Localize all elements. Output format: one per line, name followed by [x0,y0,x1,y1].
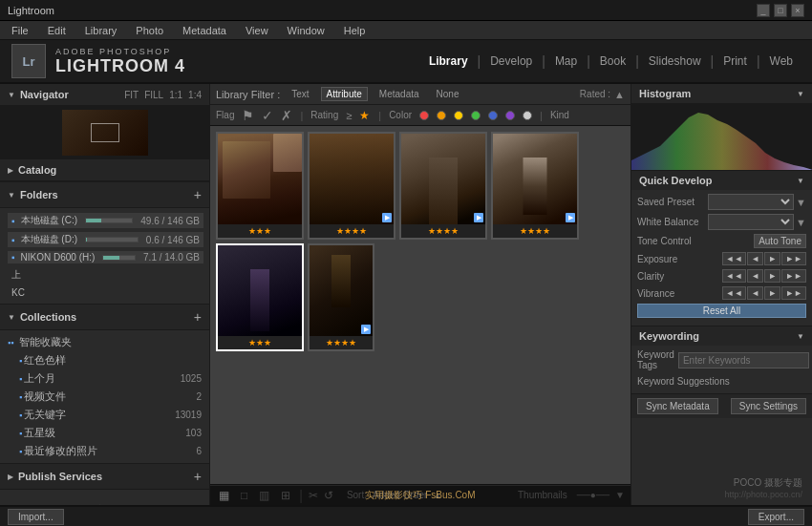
filter-metadata-btn[interactable]: Metadata [374,87,425,101]
filter-attribute-btn[interactable]: Attribute [321,87,368,101]
photo-cell-6[interactable]: ▶ ★★★★ [308,243,374,351]
saved-preset-row: Saved Preset ▼ [637,194,806,210]
nav-1-1[interactable]: 1:1 [169,90,182,100]
navigator-header[interactable]: ▼ Navigator FIT FILL 1:1 1:4 [0,84,209,106]
folder-item-d[interactable]: ▪ 本地磁盘 (D:) 0.6 / 146 GB [0,230,209,249]
menu-metadata[interactable]: Metadata [179,23,230,38]
white-balance-select[interactable] [708,214,794,230]
flag-btn-rejected[interactable]: ✗ [281,108,292,123]
module-book[interactable]: Book [592,51,633,72]
exposure-dec-dec[interactable]: ◄◄ [722,252,747,265]
keywording-header[interactable]: Keywording ▼ [631,326,812,346]
menu-window[interactable]: Window [284,23,329,38]
clarity-inc-inc[interactable]: ►► [781,269,806,283]
filter-collapse[interactable]: ▲ [614,89,625,100]
histogram-header[interactable]: Histogram ▼ [631,84,812,103]
keywording-section: Keywording ▼ Keyword Tags ⚙ Keyword Sugg… [631,326,812,394]
menu-edit[interactable]: Edit [44,23,70,38]
folder-item-h[interactable]: ▪ NIKON D600 (H:) 7.1 / 14.0 GB [0,249,209,265]
vibrance-dec-dec[interactable]: ◄◄ [722,286,747,300]
vibrance-dec[interactable]: ◄ [747,286,763,300]
folders-header[interactable]: ▼ Folders + [0,182,209,208]
publish-add-button[interactable]: + [194,469,202,484]
saved-preset-select[interactable] [708,194,794,210]
quick-develop-content: Saved Preset ▼ White Balance ▼ [631,190,812,326]
menu-photo[interactable]: Photo [132,23,167,38]
module-web[interactable]: Web [762,51,801,72]
minimize-button[interactable]: _ [757,4,770,17]
module-develop[interactable]: Develop [482,51,540,72]
menu-library[interactable]: Library [81,23,121,38]
clarity-inc[interactable]: ► [764,269,780,283]
folder-item-kc[interactable]: KC [0,284,209,301]
nav-fill[interactable]: FILL [144,90,163,100]
photo-cell-5[interactable]: ★★★ [216,243,304,351]
color-orange[interactable] [437,111,446,120]
photo-cell-2[interactable]: ▶ ★★★★ [308,132,395,240]
sync-settings-button[interactable]: Sync Settings [731,398,806,414]
filter-none-btn[interactable]: None [431,87,465,101]
photo-cell-3[interactable]: ▶ ★★★★ [399,132,487,240]
folders-add-button[interactable]: + [194,187,202,202]
reset-all-button[interactable]: Reset All [637,304,806,318]
publish-services-header[interactable]: ▶ Publish Services + [0,464,209,490]
photo-stars-3: ★★★★ [401,224,485,238]
collection-group-smart[interactable]: ▪▪ 智能收藏夹 [0,333,209,351]
auto-tone-button[interactable]: Auto Tone [754,234,806,248]
sync-metadata-button[interactable]: Sync Metadata [637,398,718,414]
menu-view[interactable]: View [242,23,272,38]
quick-develop-header[interactable]: Quick Develop ▼ [631,171,812,190]
folder-item-u[interactable]: 上 [0,265,209,284]
collections-header[interactable]: ▼ Collections + [0,305,209,330]
keyword-tags-input[interactable] [678,352,809,368]
collection-5star[interactable]: ▪五星级 103 [0,424,209,442]
saved-preset-arrow[interactable]: ▼ [796,197,806,208]
nav-fit[interactable]: FIT [124,90,139,100]
wb-arrow[interactable]: ▼ [796,217,806,228]
clarity-dec-dec[interactable]: ◄◄ [722,269,747,283]
import-button[interactable]: Import... [8,509,64,525]
exposure-inc[interactable]: ► [764,252,780,265]
collection-video[interactable]: ▪视频文件 2 [0,388,209,406]
close-button[interactable]: × [791,4,804,17]
color-any[interactable] [523,111,532,120]
exposure-dec[interactable]: ◄ [747,252,763,265]
nav-1-4[interactable]: 1:4 [188,90,202,100]
window-controls[interactable]: _ □ × [757,4,804,17]
collection-recent[interactable]: ▪最近修改的照片 6 [0,442,209,460]
rating-op[interactable]: ≥ [346,110,352,121]
photo-cell-4[interactable]: ▶ ★★★★ [491,132,579,240]
exposure-inc-inc[interactable]: ►► [781,252,806,265]
module-print[interactable]: Print [716,51,755,72]
menu-file[interactable]: File [8,23,32,38]
catalog-header[interactable]: ▶ Catalog [0,159,209,181]
color-purple[interactable] [505,111,515,120]
photo-thumb-4: ▶ [493,134,577,224]
color-yellow[interactable] [454,111,463,120]
color-red[interactable] [419,111,429,120]
color-green[interactable] [471,111,481,120]
rating-stars[interactable]: ★ [359,109,371,122]
flag-btn-flagged[interactable]: ✓ [262,108,273,123]
collection-nokw[interactable]: ▪无关键字 13019 [0,406,209,424]
export-button[interactable]: Export... [748,509,804,525]
menu-help[interactable]: Help [340,23,370,38]
clarity-row: Clarity ◄◄ ◄ ► ►► [637,269,806,283]
module-map[interactable]: Map [547,51,585,72]
clarity-dec[interactable]: ◄ [747,269,763,283]
module-library[interactable]: Library [421,51,476,72]
color-blue[interactable] [488,111,498,120]
collection-month[interactable]: ▪上个月 1025 [0,369,209,388]
photo-grid[interactable]: ★★★ ▶ ★★★★ ▶ ★★★★ [210,126,630,484]
module-slideshow[interactable]: Slideshow [641,51,709,72]
filter-text-btn[interactable]: Text [286,87,314,101]
flag-btn-any[interactable]: ⚑ [242,108,254,123]
collections-add-button[interactable]: + [194,309,202,325]
vibrance-inc[interactable]: ► [764,286,780,300]
vibrance-inc-inc[interactable]: ►► [781,286,806,300]
photo-cell-1[interactable]: ★★★ [216,132,304,240]
folder-item-c[interactable]: ▪ 本地磁盘 (C:) 49.6 / 146 GB [0,211,209,230]
collection-icon-5star: ▪ [19,429,22,438]
collection-red[interactable]: ▪红色色样 [0,351,209,369]
maximize-button[interactable]: □ [774,4,787,17]
